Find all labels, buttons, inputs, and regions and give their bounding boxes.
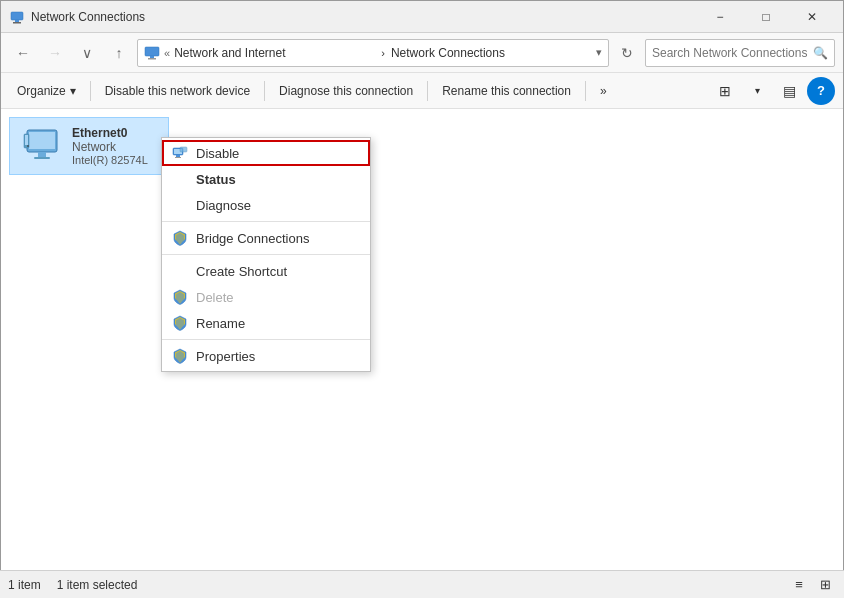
ctx-icon-bridge <box>172 230 188 246</box>
address-dropdown-arrow[interactable]: ▾ <box>596 46 602 59</box>
close-button[interactable]: ✕ <box>789 1 835 33</box>
ethernet0-item[interactable]: Ethernet0 Network Intel(R) 82574L <box>9 117 169 175</box>
address-bar-input[interactable]: « Network and Internet › Network Connect… <box>137 39 609 67</box>
status-bar-right: ≡ ⊞ <box>788 574 836 596</box>
selected-count: 1 item selected <box>57 578 138 592</box>
ctx-item-rename[interactable]: Rename <box>162 310 370 336</box>
view-pane-button[interactable]: ▤ <box>775 77 803 105</box>
forward-button[interactable]: → <box>41 39 69 67</box>
context-menu: DisableStatusDiagnose Bridge Connections… <box>161 137 371 372</box>
refresh-button[interactable]: ↻ <box>613 39 641 67</box>
svg-rect-8 <box>38 152 46 157</box>
search-input[interactable] <box>652 46 809 60</box>
ctx-item-bridge[interactable]: Bridge Connections <box>162 225 370 251</box>
toolbar-separator-2 <box>264 81 265 101</box>
title-bar-controls: − □ ✕ <box>697 1 835 33</box>
ctx-label-bridge: Bridge Connections <box>196 231 354 246</box>
breadcrumb-network-internet: Network and Internet <box>174 46 375 60</box>
ctx-icon-status <box>172 171 188 187</box>
breadcrumb-network-connections: Network Connections <box>391 46 592 60</box>
ctx-separator <box>162 339 370 340</box>
ctx-label-rename: Rename <box>196 316 354 331</box>
search-icon: 🔍 <box>813 46 828 60</box>
maximize-button[interactable]: □ <box>743 1 789 33</box>
svg-rect-4 <box>150 56 154 58</box>
toolbar: Organize ▾ Disable this network device D… <box>1 73 843 109</box>
more-button[interactable]: » <box>592 77 615 105</box>
minimize-button[interactable]: − <box>697 1 743 33</box>
ctx-separator <box>162 254 370 255</box>
ctx-item-status[interactable]: Status <box>162 166 370 192</box>
ethernet-icon <box>22 126 62 166</box>
ctx-icon-rename <box>172 315 188 331</box>
disable-network-button[interactable]: Disable this network device <box>97 77 258 105</box>
ctx-icon-diagnose <box>172 197 188 213</box>
ctx-label-properties: Properties <box>196 349 354 364</box>
ctx-label-diagnose: Diagnose <box>196 198 354 213</box>
toolbar-right: ⊞ ▾ ▤ ? <box>711 77 835 105</box>
search-box[interactable]: 🔍 <box>645 39 835 67</box>
ctx-separator <box>162 221 370 222</box>
ctx-item-properties[interactable]: Properties <box>162 343 370 369</box>
main-content: Ethernet0 Network Intel(R) 82574L Disabl… <box>1 109 843 571</box>
network-adapter: Intel(R) 82574L <box>72 154 148 166</box>
view-pane-icon: ▤ <box>783 83 796 99</box>
ctx-item-delete: Delete <box>162 284 370 310</box>
ctx-icon-disable <box>172 145 188 161</box>
title-bar-icon <box>9 9 25 25</box>
title-bar-title: Network Connections <box>31 10 697 24</box>
status-grid-view-button[interactable]: ⊞ <box>814 574 836 596</box>
ctx-item-shortcut[interactable]: Create Shortcut <box>162 258 370 284</box>
item-count: 1 item <box>8 578 41 592</box>
network-info: Ethernet0 Network Intel(R) 82574L <box>72 126 148 166</box>
breadcrumb-arrow: › <box>381 47 385 59</box>
view-grid-icon: ⊞ <box>719 83 731 99</box>
ctx-icon-properties <box>172 348 188 364</box>
network-type: Network <box>72 140 148 154</box>
ctx-label-shortcut: Create Shortcut <box>196 264 354 279</box>
organize-arrow: ▾ <box>70 84 76 98</box>
svg-rect-3 <box>145 47 159 56</box>
svg-rect-7 <box>29 132 55 149</box>
svg-rect-15 <box>176 155 180 157</box>
diagnose-button[interactable]: Diagnose this connection <box>271 77 421 105</box>
network-name: Ethernet0 <box>72 126 148 140</box>
ctx-icon-delete <box>172 289 188 305</box>
ctx-item-disable[interactable]: Disable <box>162 140 370 166</box>
status-bar: 1 item 1 item selected ≡ ⊞ <box>0 570 844 598</box>
up-button[interactable]: ↑ <box>105 39 133 67</box>
ctx-label-status: Status <box>196 172 354 187</box>
recent-locations-button[interactable]: ∨ <box>73 39 101 67</box>
address-bar: ← → ∨ ↑ « Network and Internet › Network… <box>1 33 843 73</box>
breadcrumb-separator: « <box>164 47 170 59</box>
title-bar: Network Connections − □ ✕ <box>1 1 843 33</box>
svg-rect-2 <box>13 22 21 24</box>
ctx-label-delete: Delete <box>196 290 354 305</box>
svg-rect-11 <box>25 135 28 145</box>
ctx-icon-shortcut <box>172 263 188 279</box>
svg-rect-0 <box>11 12 23 20</box>
organize-button[interactable]: Organize ▾ <box>9 77 84 105</box>
svg-rect-5 <box>148 58 156 60</box>
toolbar-separator-1 <box>90 81 91 101</box>
status-list-view-button[interactable]: ≡ <box>788 574 810 596</box>
svg-rect-17 <box>180 147 187 152</box>
view-dropdown-button[interactable]: ▾ <box>743 77 771 105</box>
help-button[interactable]: ? <box>807 77 835 105</box>
toolbar-separator-3 <box>427 81 428 101</box>
ctx-item-diagnose[interactable]: Diagnose <box>162 192 370 218</box>
address-network-icon <box>144 45 160 61</box>
view-grid-button[interactable]: ⊞ <box>711 77 739 105</box>
ctx-label-disable: Disable <box>196 146 354 161</box>
toolbar-separator-4 <box>585 81 586 101</box>
organize-label: Organize <box>17 84 66 98</box>
svg-rect-1 <box>15 20 19 22</box>
back-button[interactable]: ← <box>9 39 37 67</box>
rename-button[interactable]: Rename this connection <box>434 77 579 105</box>
svg-rect-9 <box>34 157 50 159</box>
svg-rect-16 <box>175 157 181 158</box>
